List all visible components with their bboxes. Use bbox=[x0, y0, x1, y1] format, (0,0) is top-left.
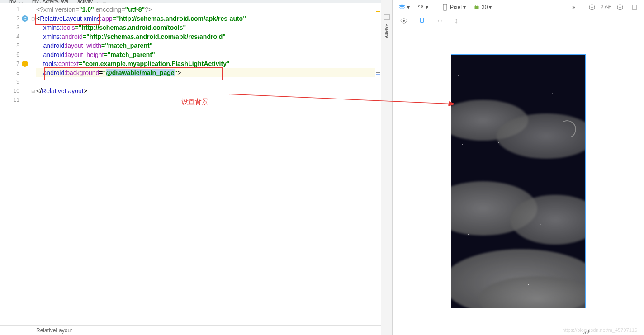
magnet-button[interactable] bbox=[416, 16, 428, 25]
expand-vertical-button[interactable]: ↕ bbox=[452, 16, 460, 26]
device-frame[interactable] bbox=[451, 54, 586, 308]
editor-tabs: _my_... my...Activity.java activity_..._… bbox=[0, 0, 381, 3]
editor-panel: _my_... my...Activity.java activity_..._… bbox=[0, 0, 381, 335]
magnet-icon bbox=[418, 17, 426, 24]
eye-icon bbox=[400, 17, 407, 24]
design-surface-dropdown[interactable]: ▾ bbox=[396, 3, 412, 12]
preview-panel: Palette ▾ ▾ Pixel▾ 30▾ bbox=[381, 0, 644, 335]
zoom-in-button[interactable] bbox=[614, 3, 626, 12]
tab-item[interactable]: activity_..._... bbox=[73, 0, 111, 3]
svg-rect-9 bbox=[632, 5, 637, 9]
api-dropdown[interactable]: 30▾ bbox=[471, 3, 494, 12]
android-icon bbox=[473, 4, 480, 11]
preview-toolbar: ▾ ▾ Pixel▾ 30▾ » bbox=[393, 0, 644, 14]
palette-sidebar[interactable]: Palette bbox=[381, 0, 393, 335]
tab-item[interactable]: _my_... bbox=[2, 0, 28, 3]
zoom-out-button[interactable] bbox=[586, 3, 598, 12]
breadcrumb-item[interactable]: RelativeLayout bbox=[36, 327, 72, 334]
error-stripe[interactable] bbox=[375, 3, 381, 325]
zoom-value: 27% bbox=[601, 4, 611, 10]
svg-rect-2 bbox=[384, 14, 389, 20]
code-lines[interactable]: <?xml version="1.0" encoding="utf-8"?><R… bbox=[36, 3, 381, 325]
expand-horizontal-button[interactable]: ↔ bbox=[434, 16, 446, 26]
palette-label: Palette bbox=[384, 23, 389, 38]
device-dropdown[interactable]: Pixel▾ bbox=[439, 3, 468, 12]
palette-icon bbox=[383, 14, 390, 21]
orientation-icon bbox=[417, 4, 424, 11]
breadcrumb-bar: RelativeLayout bbox=[0, 325, 381, 335]
svg-point-10 bbox=[403, 20, 405, 22]
svg-rect-3 bbox=[443, 4, 447, 10]
fold-bar: ⊟⊟ bbox=[29, 3, 36, 325]
phone-icon bbox=[441, 4, 449, 11]
zoom-fit-button[interactable] bbox=[629, 3, 640, 12]
background-preview bbox=[451, 55, 585, 308]
preview-toolbar-secondary: ↔ ↕ bbox=[393, 14, 644, 27]
zoom-in-icon bbox=[616, 4, 624, 11]
more-overflow[interactable]: » bbox=[570, 3, 578, 11]
annotation-text: 设置背景 bbox=[181, 98, 208, 106]
zoom-out-icon bbox=[588, 4, 596, 11]
code-editor[interactable]: 12C34567891011 ⊟⊟ <?xml version="1.0" en… bbox=[0, 3, 381, 325]
preview-canvas[interactable] bbox=[393, 27, 644, 335]
gutter: 12C34567891011 bbox=[0, 3, 29, 325]
zoom-fit-icon bbox=[631, 4, 638, 11]
watermark: https://blog.csdn.net/m_45797116 bbox=[562, 327, 637, 333]
layers-icon bbox=[398, 4, 406, 11]
orientation-dropdown[interactable]: ▾ bbox=[415, 3, 431, 12]
view-options-button[interactable] bbox=[398, 16, 410, 25]
tab-item[interactable]: my...Activity.java bbox=[28, 0, 73, 3]
